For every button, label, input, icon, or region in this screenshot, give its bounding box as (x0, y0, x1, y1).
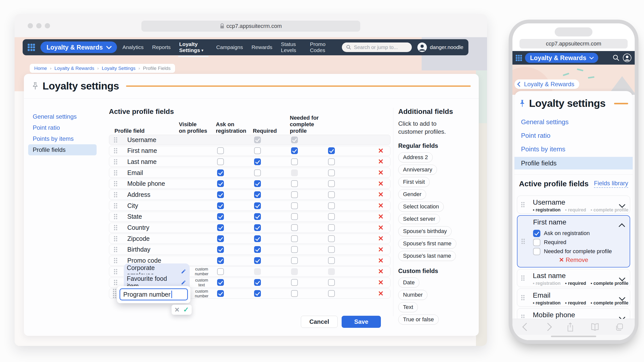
remove-field-icon[interactable]: ✕ (378, 235, 384, 243)
checkbox-required[interactable] (291, 279, 298, 286)
nav-item-status-levels[interactable]: Status Levels (281, 40, 301, 55)
remove-field-icon[interactable]: ✕ (378, 246, 384, 254)
checkbox-visible-on-profiles[interactable] (217, 169, 224, 176)
drag-handle-icon[interactable] (114, 159, 117, 164)
checkbox-ask-on-registration[interactable] (254, 202, 261, 209)
add-field-chip[interactable]: Address 2 (398, 152, 433, 162)
checkbox-visible-on-profiles[interactable] (217, 213, 224, 220)
address-bar[interactable]: ccp7.appsuitecrm.com (141, 21, 360, 32)
bookmarks-icon[interactable] (590, 323, 600, 331)
drag-handle-icon[interactable] (114, 258, 117, 263)
add-field-chip[interactable]: Spouse's last name (398, 251, 456, 261)
checkbox-required[interactable] (291, 213, 298, 220)
sidebar-item-profile-fields[interactable]: Profile fields (28, 144, 97, 155)
checkbox-ask-on-registration[interactable] (254, 246, 261, 253)
checkbox-required[interactable] (291, 191, 298, 198)
sidebar-item-general-settings[interactable]: General settings (28, 111, 97, 122)
checkbox-visible-on-profiles[interactable] (217, 224, 224, 231)
mobile-menu-item-points-by-items[interactable]: Points by items (514, 142, 633, 156)
checkbox-needed-for-complete-profile[interactable] (328, 147, 335, 154)
checkbox-required[interactable] (291, 246, 298, 253)
checkbox-visible-on-profiles[interactable] (217, 268, 224, 275)
save-button[interactable]: Save (342, 316, 381, 328)
chevron-down-icon[interactable] (619, 294, 625, 301)
nav-item-analytics[interactable]: Analytics (123, 43, 144, 52)
drag-handle-icon[interactable] (521, 239, 525, 244)
checkbox-visible-on-profiles[interactable] (217, 235, 224, 242)
window-controls[interactable] (28, 23, 50, 28)
chevron-down-icon[interactable] (619, 275, 625, 281)
remove-field-icon[interactable]: ✕ (378, 257, 384, 265)
checkbox-visible-on-profiles[interactable] (217, 191, 224, 198)
checkbox-needed-for-complete-profile[interactable] (328, 257, 335, 264)
breadcrumb-link[interactable]: Loyalty & Rewards (54, 66, 94, 71)
remove-field-button[interactable]: ✕ Remove (517, 256, 630, 263)
sidebar-item-point-ratio[interactable]: Point ratio (28, 122, 97, 133)
user-menu[interactable]: danger.noodle (417, 42, 463, 52)
checkbox-ask-on-registration[interactable] (254, 279, 261, 286)
fields-library-link[interactable]: Fields library (594, 180, 628, 188)
breadcrumb-link[interactable]: Loyalty Settings (102, 66, 135, 71)
checkbox-ask-on-registration[interactable] (254, 147, 261, 154)
checkbox-visible-on-profiles[interactable] (217, 257, 224, 264)
mobile-address-bar[interactable]: ccp7.appsuitecrm.com (519, 39, 628, 49)
checkbox-needed-for-complete-profile[interactable] (328, 235, 335, 242)
forward-icon[interactable] (544, 323, 552, 331)
pencil-icon[interactable] (181, 280, 186, 285)
checkbox-visible-on-profiles[interactable] (217, 279, 224, 286)
checkbox-required[interactable] (533, 239, 540, 246)
checkbox-needed-for-complete-profile[interactable] (328, 213, 335, 220)
checkbox-required[interactable] (291, 147, 298, 154)
search-input[interactable]: Search or jump to... (342, 42, 412, 52)
nav-item-rewards[interactable]: Rewards (252, 43, 272, 52)
remove-field-icon[interactable]: ✕ (378, 180, 384, 188)
checkbox-ask-on-registration[interactable] (254, 213, 261, 220)
add-field-chip[interactable]: Select location (398, 202, 444, 212)
chevron-up-icon[interactable] (619, 223, 625, 230)
drag-handle-icon[interactable] (114, 247, 117, 252)
checkbox-needed-for-complete-profile[interactable] (328, 180, 335, 187)
remove-field-icon[interactable]: ✕ (378, 290, 384, 298)
remove-field-icon[interactable]: ✕ (378, 191, 384, 199)
checkbox-ask-on-registration[interactable] (254, 180, 261, 187)
breadcrumb-link[interactable]: Home (34, 66, 47, 71)
mobile-menu-item-profile-fields[interactable]: Profile fields (514, 157, 633, 169)
drag-handle-icon[interactable] (114, 170, 117, 175)
discard-edit-button[interactable]: ✕ (174, 306, 180, 313)
checkbox-needed-for-complete-profile[interactable] (328, 246, 335, 253)
mobile-avatar[interactable] (623, 54, 631, 62)
cancel-button[interactable]: Cancel (301, 316, 338, 328)
checkbox-required[interactable] (291, 224, 298, 231)
checkbox-ask-on-registration[interactable] (533, 230, 540, 237)
tabs-icon[interactable] (615, 323, 624, 331)
share-icon[interactable] (566, 322, 575, 332)
checkbox-required[interactable] (291, 290, 298, 297)
mobile-menu-item-point-ratio[interactable]: Point ratio (514, 129, 633, 142)
add-field-chip[interactable]: Spouse's birthday (398, 226, 452, 236)
nav-item-loyalty-settings[interactable]: Loyalty Settings▾ (179, 40, 208, 55)
remove-field-icon[interactable]: ✕ (378, 213, 384, 221)
nav-item-promo-codes[interactable]: Promo Codes (310, 40, 331, 55)
sidebar-item-points-by-items[interactable]: Points by items (28, 133, 97, 144)
checkbox-ask-on-registration[interactable] (254, 290, 261, 297)
mobile-menu-item-general-settings[interactable]: General settings (514, 115, 633, 129)
pencil-icon[interactable] (181, 269, 186, 274)
checkbox-visible-on-profiles[interactable] (217, 158, 224, 165)
checkbox-ask-on-registration[interactable] (254, 257, 261, 264)
checkbox-visible-on-profiles[interactable] (217, 290, 224, 297)
mobile-back-link[interactable]: Loyalty & Rewards (514, 79, 579, 89)
remove-field-icon[interactable]: ✕ (378, 224, 384, 232)
drag-handle-icon[interactable] (521, 202, 525, 207)
checkbox-needed-for-complete-profile[interactable] (328, 290, 335, 297)
drag-handle-icon[interactable] (114, 214, 117, 219)
mobile-app-grid-icon[interactable] (516, 55, 522, 61)
checkbox-required[interactable] (291, 202, 298, 209)
drag-handle-icon[interactable] (114, 181, 117, 186)
add-field-chip[interactable]: Anniversary (398, 165, 437, 175)
app-switcher-button[interactable]: Loyalty & Rewards (41, 41, 117, 53)
remove-field-icon[interactable]: ✕ (378, 169, 384, 177)
checkbox-ask-on-registration[interactable] (254, 158, 261, 165)
checkbox-needed-for-complete-profile[interactable] (328, 191, 335, 198)
add-field-chip[interactable]: Spouse's first name (398, 239, 456, 249)
add-field-chip[interactable]: True or false (398, 314, 439, 325)
